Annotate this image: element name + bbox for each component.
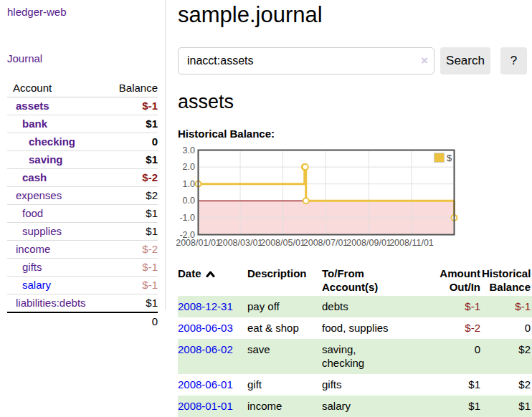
svg-text:2008/11/01: 2008/11/01 [389,238,434,248]
accounts-total-row: 0 [7,312,158,330]
transaction-balance: $2 [518,343,531,355]
account-balance: $-1 [142,100,158,112]
sidebar-item-liabilities:debts[interactable]: liabilities:debts [16,297,86,309]
svg-text:2008/03/01: 2008/03/01 [218,238,263,248]
search-input[interactable] [178,47,434,75]
register-header-date[interactable]: Date [178,264,247,296]
sidebar-item-saving[interactable]: saving [29,153,63,166]
chart-label: Historical Balance: [178,128,532,140]
svg-text:2008/07/01: 2008/07/01 [303,238,348,248]
transaction-date-link[interactable]: 2008-06-01 [178,378,233,390]
chevron-up-icon [206,267,215,281]
sidebar-item-checking[interactable]: checking [29,135,75,148]
clear-search-icon[interactable]: × [421,54,428,68]
register-header-balance: Historical Balance [482,264,532,296]
sidebar-item-bank[interactable]: bank [22,118,47,130]
transaction-date-link[interactable]: 2008-12-31 [178,300,233,312]
chart-legend: $ [434,153,453,163]
account-balance: 0 [152,135,158,148]
account-row: assets $-1 [7,97,158,115]
account-row: supplies $1 [7,223,158,241]
page-title: sample.journal [178,1,532,29]
transaction-amount: $-1 [465,300,480,312]
app-title-link[interactable]: hledger-web [7,6,158,18]
sidebar-item-cash[interactable]: cash [22,171,47,183]
register-row[interactable]: 2008-06-02 save saving, checking 0 $2 [178,339,532,374]
account-row: saving $1 [7,151,158,169]
svg-text:2.0: 2.0 [183,162,195,172]
register-header-amount: Amount Out/In [398,264,482,296]
accounts-header-balance: Balance [108,80,158,97]
transaction-balance: $2 [518,378,531,390]
svg-text:0.0: 0.0 [183,196,195,206]
account-balance: $1 [146,225,158,237]
data-point [303,198,309,203]
account-balance: $2 [146,189,158,201]
account-row: food $1 [7,205,158,223]
sidebar-item-income[interactable]: income [16,243,50,255]
sidebar-item-supplies[interactable]: supplies [22,225,62,237]
transaction-description: pay off [247,296,322,317]
account-balance: $-2 [142,243,158,255]
transaction-date-link[interactable]: 2008-06-02 [178,343,233,355]
sidebar-item-journal[interactable]: Journal [7,52,158,64]
sidebar-item-assets[interactable]: assets [16,100,49,112]
register-header-accounts: To/From Account(s) [322,264,398,296]
accounts-table: Account Balance assets $-1 bank $1 check… [7,80,158,330]
register-row[interactable]: 2008-06-03 eat & shop food, supplies $-2… [178,317,532,339]
transaction-balance: $-1 [515,300,531,312]
transaction-amount: $1 [468,378,480,390]
account-balance: $1 [146,153,158,166]
transaction-description: income [247,396,322,417]
svg-text:2008/09/01: 2008/09/01 [346,238,391,248]
transaction-accounts: saving, checking [322,339,398,374]
negative-region [199,201,454,234]
transaction-date-link[interactable]: 2008-06-03 [178,322,233,334]
transaction-date-link[interactable]: 2008-01-01 [178,400,233,412]
svg-text:3.0: 3.0 [183,145,195,155]
register-table: Date Description To/From Account(s) Amou… [178,264,532,417]
account-balance: $1 [146,297,158,309]
account-section-title: assets [178,90,532,113]
transaction-description: gift [247,374,322,396]
account-row: liabilities:debts $1 [7,294,158,313]
account-row: gifts $-1 [7,259,158,277]
data-point [303,164,308,170]
main-content: sample.journal × Search ? assets Histori… [166,0,532,417]
account-balance: $-2 [142,171,158,183]
transaction-balance: $1 [518,400,531,412]
account-balance: $-1 [142,261,158,273]
account-row: bank $1 [7,115,158,133]
account-row: checking 0 [7,133,158,151]
account-row: income $-2 [7,241,158,259]
transaction-amount: $-2 [465,322,480,334]
transaction-accounts: food, supplies [322,317,398,339]
account-balance: $1 [146,118,158,130]
transaction-description: eat & shop [247,317,322,339]
sidebar-item-expenses[interactable]: expenses [16,189,62,201]
transaction-amount: $1 [468,400,480,412]
svg-text:1.0: 1.0 [183,179,195,189]
account-balance: $-1 [142,279,158,291]
accounts-header-account: Account [7,80,108,97]
search-button[interactable]: Search [440,47,490,75]
register-row[interactable]: 2008-12-31 pay off debts $-1 $-1 [178,296,532,317]
account-row: salary $-1 [7,277,158,294]
register-header-description: Description [247,264,322,296]
account-row: expenses $2 [7,187,158,205]
search-form: × Search ? [178,47,532,75]
svg-text:2008/05/01: 2008/05/01 [260,238,305,248]
register-row[interactable]: 2008-06-01 gift gifts $1 $2 [178,374,532,396]
account-row: cash $-2 [7,169,158,187]
sidebar-item-gifts[interactable]: gifts [22,261,42,273]
balance-chart: 3.02.01.00.0-1.0-2.02008/01/012008/03/01… [176,145,460,251]
transaction-accounts: gifts [322,374,398,396]
help-button[interactable]: ? [500,47,527,75]
account-balance: $1 [146,207,158,219]
transaction-amount: 0 [475,343,480,355]
sidebar-item-food[interactable]: food [22,207,43,219]
sidebar-item-salary[interactable]: salary [22,279,51,291]
svg-text:-1.0: -1.0 [179,213,195,223]
accounts-total: 0 [152,315,158,327]
register-row[interactable]: 2008-01-01 income salary $1 $1 [178,396,532,417]
